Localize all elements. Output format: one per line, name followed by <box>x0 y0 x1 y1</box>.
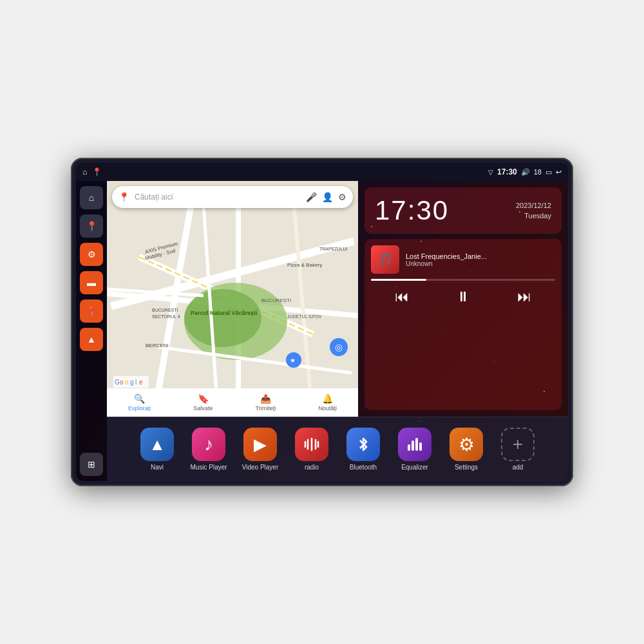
svg-text:BERCENI: BERCENI <box>146 343 169 348</box>
svg-text:BUCUREȘTI: BUCUREȘTI <box>261 298 291 303</box>
album-art: 🎵 <box>371 245 399 274</box>
app-item-settings[interactable]: ⚙ Settings <box>442 428 491 471</box>
explore-label: Explorați <box>128 405 151 412</box>
status-left-icons: ⌂ 📍 <box>82 167 102 176</box>
back-icon[interactable]: ↩ <box>556 168 562 176</box>
svg-text:o: o <box>120 379 124 386</box>
sidebar-btn-files[interactable]: ▬ <box>80 271 103 294</box>
navi-icon: ▲ <box>140 428 174 461</box>
music-track-info: Lost Frequencies_Janie... Unknown <box>406 252 555 267</box>
sidebar-btn-grid[interactable]: ⊞ <box>80 453 103 476</box>
right-panel: 17:30 2023/12/12 Tuesday 🎵 <box>358 181 568 417</box>
screen: ⌂ 📍 ▽ 17:30 🔊 18 ▭ ↩ <box>76 163 568 481</box>
app-item-radio[interactable]: radio <box>287 428 336 471</box>
sidebar-btn-home[interactable]: ⌂ <box>80 186 103 209</box>
sidebar-btn-location[interactable]: 📍 <box>80 299 103 323</box>
radio-icon <box>295 428 328 461</box>
radio-waves-icon <box>303 435 321 453</box>
main-content: ⌂ 📍 ⚙ ▬ 📍 ▲ ⊞ <box>76 181 568 481</box>
equalizer-label: Equalizer <box>401 464 428 471</box>
svg-rect-42 <box>415 438 418 451</box>
navi-label: Navi <box>151 464 164 471</box>
map-tab-explore[interactable]: 🔍 Explorați <box>128 393 151 412</box>
app-item-bluetooth[interactable]: Bluetooth <box>339 428 388 471</box>
bluetooth-symbol-icon <box>354 435 372 453</box>
svg-text:e: e <box>139 379 143 386</box>
folder-icon: ▬ <box>87 278 96 288</box>
settings-gear-symbol: ⚙ <box>459 434 475 455</box>
account-icon[interactable]: 👤 <box>322 192 333 202</box>
navi-icon-symbol: ▲ <box>149 435 166 455</box>
volume-icon: 🔊 <box>521 168 530 176</box>
svg-text:TRAPEZULUI: TRAPEZULUI <box>319 247 348 251</box>
battery-level: 18 <box>534 168 542 176</box>
grid-icon: ⊞ <box>88 459 95 469</box>
saved-icon: 🔖 <box>198 393 209 404</box>
map-tab-share[interactable]: 📤 Trimiteți <box>256 393 276 412</box>
play-pause-button[interactable]: ⏸ <box>453 286 473 308</box>
app-item-navi[interactable]: ▲ Navi <box>133 428 182 471</box>
sidebar-btn-settings[interactable]: ⚙ <box>80 243 103 266</box>
clock-widget: 17:30 2023/12/12 Tuesday <box>365 187 562 234</box>
sidebar-btn-nav[interactable]: ▲ <box>80 328 103 351</box>
music-title: Lost Frequencies_Janie... <box>406 252 555 260</box>
status-bar: ⌂ 📍 ▽ 17:30 🔊 18 ▭ ↩ <box>76 163 568 181</box>
map-container[interactable]: G o o g l e AXIS Premium Mobility - Sud … <box>107 181 358 417</box>
radio-label: radio <box>305 464 319 471</box>
menu-icon[interactable]: ⚙ <box>338 192 346 202</box>
add-label: add <box>513 464 524 471</box>
svg-text:o: o <box>125 379 129 386</box>
settings-label: Settings <box>455 464 478 471</box>
location-icon: 📍 <box>86 306 97 316</box>
svg-point-9 <box>184 289 261 347</box>
app-item-music-player[interactable]: ♪ Music Player <box>184 428 233 471</box>
google-maps-icon: 📍 <box>118 192 129 202</box>
sidebar-btn-maps[interactable]: 📍 <box>80 214 103 238</box>
svg-text:★: ★ <box>290 357 296 364</box>
svg-text:JUDEȚUL ILFOV: JUDEȚUL ILFOV <box>287 314 322 319</box>
saved-label: Salvate <box>193 405 213 412</box>
app-item-add[interactable]: + add <box>493 428 542 471</box>
svg-text:G: G <box>115 379 120 386</box>
clock-day-value: Tuesday <box>516 211 551 222</box>
video-player-icon: ▶ <box>243 428 277 461</box>
music-icon-symbol: ♪ <box>204 434 213 455</box>
svg-text:BUCUREȘTI: BUCUREȘTI <box>152 308 178 313</box>
app-item-video-player[interactable]: ▶ Video Player <box>236 428 285 471</box>
map-search-bar[interactable]: 📍 Căutați aici 🎤 👤 ⚙ <box>112 186 353 208</box>
svg-text:g: g <box>130 379 134 386</box>
music-player-label: Music Player <box>190 464 227 471</box>
music-artist: Unknown <box>406 260 555 267</box>
music-info: 🎵 Lost Frequencies_Janie... Unknown <box>371 245 555 274</box>
left-sidebar: ⌂ 📍 ⚙ ▬ 📍 ▲ ⊞ <box>76 181 107 481</box>
map-tab-news[interactable]: 🔔 Noutăți <box>318 393 337 412</box>
share-icon: 📤 <box>260 393 271 404</box>
app-item-equalizer[interactable]: Equalizer <box>390 428 439 471</box>
svg-text:l: l <box>135 379 137 386</box>
map-pin-icon: 📍 <box>86 221 97 231</box>
music-controls: ⏮ ⏸ ⏭ <box>371 286 555 308</box>
music-widget: 🎵 Lost Frequencies_Janie... Unknown <box>365 239 562 410</box>
home-icon: ⌂ <box>89 193 94 203</box>
top-area: G o o g l e AXIS Premium Mobility - Sud … <box>107 181 568 417</box>
equalizer-icon <box>398 428 431 461</box>
device: ⌂ 📍 ▽ 17:30 🔊 18 ▭ ↩ <box>71 158 573 486</box>
map-tab-saved[interactable]: 🔖 Salvate <box>193 393 213 412</box>
news-icon: 🔔 <box>322 393 333 404</box>
mic-icon[interactable]: 🎤 <box>306 192 317 202</box>
map-bottom-bar: 🔍 Explorați 🔖 Salvate 📤 Trimiteți <box>107 388 358 417</box>
prev-button[interactable]: ⏮ <box>392 286 412 308</box>
settings-icon: ⚙ <box>450 428 483 461</box>
explore-icon: 🔍 <box>134 393 145 404</box>
center-area: G o o g l e AXIS Premium Mobility - Sud … <box>107 181 568 481</box>
clock-date-display: 2023/12/12 Tuesday <box>516 200 551 222</box>
album-art-icon: 🎵 <box>378 252 392 267</box>
svg-text:Pizza & Bakery: Pizza & Bakery <box>287 262 322 268</box>
svg-rect-43 <box>419 442 422 451</box>
nav-arrow-icon: ▲ <box>87 334 96 345</box>
bluetooth-icon <box>346 428 380 461</box>
video-icon-symbol: ▶ <box>254 435 267 455</box>
music-progress-bar[interactable] <box>371 279 555 281</box>
next-button[interactable]: ⏭ <box>515 286 534 308</box>
clock-time-display: 17:30 <box>375 195 449 226</box>
